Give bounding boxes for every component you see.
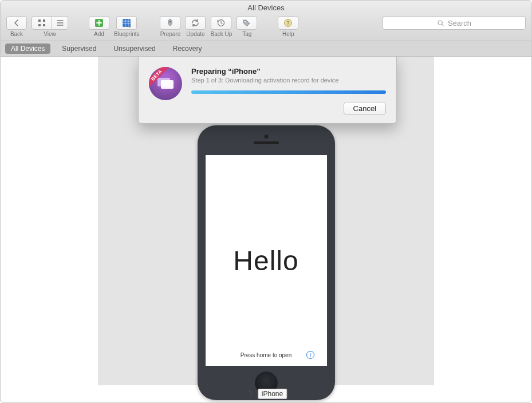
update-button[interactable] bbox=[185, 16, 206, 30]
tag-label: Tag bbox=[242, 31, 251, 37]
window-title: All Devices bbox=[1, 1, 531, 14]
prepare-label: Prepare bbox=[160, 31, 181, 37]
phone-camera-icon bbox=[264, 135, 268, 139]
configurator-app-icon: BETA bbox=[149, 67, 182, 100]
svg-line-25 bbox=[247, 395, 247, 396]
rocket-icon bbox=[165, 18, 175, 27]
add-button[interactable] bbox=[89, 16, 109, 30]
dialog-title: Preparing “iPhone” bbox=[191, 67, 386, 76]
chevron-left-icon bbox=[12, 18, 21, 27]
svg-rect-8 bbox=[123, 19, 131, 27]
tab-recovery[interactable]: Recovery bbox=[167, 44, 208, 54]
info-icon: i bbox=[306, 351, 314, 359]
svg-rect-3 bbox=[43, 24, 45, 26]
back-label: Back bbox=[10, 31, 23, 37]
svg-text:?: ? bbox=[287, 20, 290, 26]
filter-tabs: All Devices Supervised Unsupervised Reco… bbox=[1, 41, 531, 57]
search-input[interactable]: Search bbox=[383, 16, 526, 30]
blueprint-icon bbox=[122, 18, 131, 27]
prepare-button[interactable] bbox=[160, 16, 180, 30]
view-grid-button[interactable] bbox=[31, 16, 52, 30]
search-placeholder: Search bbox=[448, 19, 471, 27]
svg-line-21 bbox=[250, 392, 251, 392]
dialog-subtitle: Step 1 of 3: Downloading activation reco… bbox=[191, 77, 386, 84]
view-label: View bbox=[44, 31, 56, 37]
content-area: Hello Press home to open i bbox=[1, 57, 531, 402]
svg-point-13 bbox=[170, 21, 171, 22]
add-label: Add bbox=[94, 31, 104, 37]
cancel-button[interactable]: Cancel bbox=[344, 102, 386, 115]
grid-icon bbox=[37, 18, 46, 27]
search-icon bbox=[437, 19, 444, 27]
backup-button[interactable] bbox=[211, 16, 231, 30]
spinner-icon bbox=[245, 390, 253, 398]
svg-line-27 bbox=[247, 392, 247, 392]
app-window: All Devices Back View Add bbox=[0, 0, 532, 403]
svg-rect-0 bbox=[38, 19, 41, 22]
progress-bar bbox=[191, 90, 386, 94]
tab-supervised[interactable]: Supervised bbox=[56, 44, 102, 54]
tag-icon bbox=[242, 18, 251, 27]
progress-track bbox=[191, 90, 386, 94]
help-label: Help bbox=[282, 31, 294, 37]
phone-speaker-icon bbox=[254, 141, 279, 144]
question-icon: ? bbox=[283, 18, 293, 27]
toolbar: Back View Add Blueprints bbox=[1, 14, 531, 41]
tag-button[interactable] bbox=[237, 16, 257, 30]
phone-screen: Hello Press home to open i bbox=[206, 155, 327, 366]
plus-icon bbox=[94, 18, 104, 27]
refresh-icon bbox=[191, 18, 200, 27]
blueprints-button[interactable] bbox=[116, 16, 137, 30]
device-status-row: iPhone bbox=[245, 389, 287, 399]
update-label: Update bbox=[186, 31, 204, 37]
blueprints-label: Blueprints bbox=[114, 31, 139, 37]
svg-point-15 bbox=[245, 21, 246, 22]
device-preview[interactable]: Hello Press home to open i bbox=[198, 125, 335, 400]
backup-label: Back Up bbox=[210, 31, 232, 37]
press-home-text: Press home to open bbox=[241, 352, 292, 358]
view-list-button[interactable] bbox=[52, 16, 68, 30]
hello-text: Hello bbox=[233, 245, 298, 276]
svg-rect-2 bbox=[38, 24, 41, 26]
list-icon bbox=[56, 18, 65, 27]
svg-rect-1 bbox=[43, 19, 45, 22]
progress-dialog: BETA Preparing “iPhone” Step 1 of 3: Dow… bbox=[138, 57, 397, 124]
svg-line-19 bbox=[442, 24, 443, 26]
device-name[interactable]: iPhone bbox=[258, 389, 287, 399]
clock-back-icon bbox=[216, 18, 226, 27]
tab-all-devices[interactable]: All Devices bbox=[5, 44, 50, 54]
svg-rect-29 bbox=[161, 80, 174, 89]
tab-unsupervised[interactable]: Unsupervised bbox=[108, 44, 161, 54]
svg-line-23 bbox=[250, 395, 251, 396]
help-button[interactable]: ? bbox=[278, 16, 298, 30]
back-button[interactable] bbox=[6, 16, 27, 30]
